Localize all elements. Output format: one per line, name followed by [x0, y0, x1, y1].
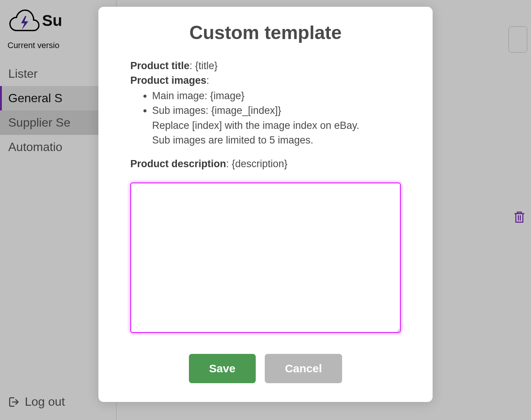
save-button[interactable]: Save — [189, 354, 256, 383]
modal-overlay[interactable]: Custom template Product title: {title} P… — [0, 0, 531, 420]
product-description-label: Product description — [130, 158, 226, 169]
sub-images-line: Sub images: {image_[index]} — [152, 105, 281, 116]
replace-note: Replace [index] with the image index on … — [152, 120, 359, 131]
custom-template-modal: Custom template Product title: {title} P… — [98, 7, 433, 402]
cancel-button[interactable]: Cancel — [265, 354, 342, 383]
template-help-text: Product title: {title} Product images: M… — [130, 59, 401, 171]
limit-note: Sub images are limited to 5 images. — [152, 134, 313, 146]
product-title-label: Product title — [130, 60, 190, 71]
product-title-value: : {title} — [190, 60, 218, 71]
modal-title: Custom template — [130, 22, 401, 44]
product-description-value: : {description} — [226, 158, 288, 169]
template-textarea[interactable] — [130, 183, 401, 333]
modal-button-row: Save Cancel — [130, 354, 401, 383]
main-image-line: Main image: {image} — [152, 89, 401, 103]
product-images-colon: : — [207, 75, 210, 86]
product-images-label: Product images — [130, 75, 207, 86]
